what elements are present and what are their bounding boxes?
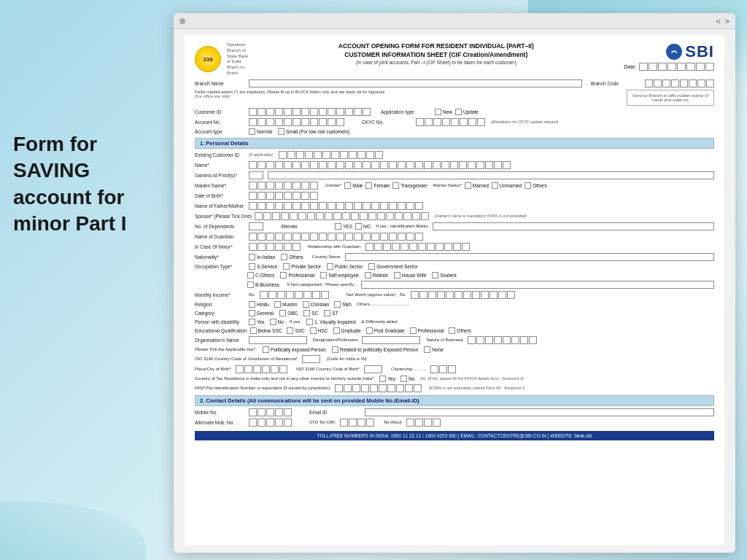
alt-3[interactable]	[266, 419, 274, 427]
graduate-checkbox[interactable]	[333, 327, 340, 334]
bc-5[interactable]	[680, 79, 688, 88]
mn-1[interactable]	[249, 182, 257, 190]
male-checkbox[interactable]	[344, 182, 351, 189]
alt-4[interactable]	[275, 419, 283, 427]
bp-3[interactable]	[253, 365, 261, 373]
cid-6[interactable]	[293, 108, 301, 116]
nm-9[interactable]	[319, 161, 327, 169]
nw-11[interactable]	[498, 291, 506, 299]
st-checkbox[interactable]	[324, 310, 330, 316]
gamma-box[interactable]	[249, 171, 263, 179]
dob-6[interactable]	[293, 192, 301, 200]
related-pep-checkbox[interactable]	[332, 346, 338, 353]
bp-2[interactable]	[244, 365, 252, 373]
govt-checkbox[interactable]	[368, 263, 375, 270]
post-grad-checkbox[interactable]	[366, 327, 373, 334]
nav-next[interactable]: >	[725, 17, 729, 26]
pn-10[interactable]	[414, 384, 422, 392]
gd-10[interactable]	[328, 233, 336, 241]
sp-8[interactable]	[316, 212, 324, 220]
cid-10[interactable]	[328, 108, 336, 116]
nb-1[interactable]	[468, 336, 476, 344]
nm-22[interactable]	[433, 161, 441, 169]
inc-1[interactable]	[260, 291, 268, 299]
date-box-1[interactable]	[639, 63, 648, 71]
identification-marks-input[interactable]	[433, 222, 714, 230]
gd-1[interactable]	[249, 233, 257, 241]
nb-7[interactable]	[520, 336, 528, 344]
mob-2[interactable]	[258, 408, 266, 416]
s-service-checkbox[interactable]	[249, 263, 255, 270]
gd-5[interactable]	[284, 233, 292, 241]
fm-20[interactable]	[415, 202, 423, 210]
ecid-2[interactable]	[287, 151, 295, 159]
pn-5[interactable]	[370, 384, 378, 392]
gd-15[interactable]	[371, 233, 379, 241]
no-illiterate-checkbox[interactable]	[355, 223, 362, 230]
ck-1[interactable]	[416, 118, 424, 126]
pn-9[interactable]	[405, 384, 413, 392]
sp-19[interactable]	[412, 212, 420, 220]
fm-7[interactable]	[301, 202, 309, 210]
yes-tax-checkbox[interactable]	[379, 376, 386, 382]
sp-4[interactable]	[281, 212, 289, 220]
ck-8[interactable]	[477, 118, 485, 126]
nm-6[interactable]	[293, 161, 301, 169]
nm-3[interactable]	[266, 161, 274, 169]
nw-1[interactable]	[411, 291, 419, 299]
mob-1[interactable]	[249, 408, 257, 416]
nm-12[interactable]	[345, 161, 353, 169]
nm-30[interactable]	[503, 161, 511, 169]
rl-8[interactable]	[427, 243, 435, 251]
tr-2[interactable]	[415, 419, 423, 427]
fm-12[interactable]	[345, 202, 353, 210]
bc-2[interactable]	[654, 79, 662, 88]
mn-4[interactable]	[275, 182, 283, 190]
branch-name-input[interactable]	[249, 79, 582, 88]
ecid-5[interactable]	[314, 151, 322, 159]
private-checkbox[interactable]	[283, 263, 290, 270]
fm-14[interactable]	[363, 202, 371, 210]
email-input[interactable]	[365, 408, 714, 416]
nm-29[interactable]	[494, 161, 502, 169]
nm-17[interactable]	[389, 161, 397, 169]
pn-6[interactable]	[379, 384, 387, 392]
tr-1[interactable]	[406, 419, 414, 427]
sp-13[interactable]	[360, 212, 368, 220]
fm-16[interactable]	[380, 202, 388, 210]
mi-4[interactable]	[275, 243, 283, 251]
date-box-6[interactable]	[686, 63, 695, 71]
ck-3[interactable]	[433, 118, 441, 126]
dep-box[interactable]	[249, 222, 263, 230]
nb-4[interactable]	[494, 336, 502, 344]
cid-8[interactable]	[310, 108, 318, 116]
fm-10[interactable]	[328, 202, 336, 210]
date-box-2[interactable]	[649, 63, 657, 71]
fm-11[interactable]	[336, 202, 344, 210]
gd-8[interactable]	[310, 233, 318, 241]
yes-illiterate-checkbox[interactable]	[335, 223, 341, 230]
ct-3[interactable]	[448, 365, 456, 373]
nm-24[interactable]	[450, 161, 458, 169]
mn-7[interactable]	[301, 182, 309, 190]
bc-1[interactable]	[645, 79, 653, 88]
dob-7[interactable]	[301, 192, 309, 200]
fm-13[interactable]	[354, 202, 362, 210]
std-4[interactable]	[366, 419, 374, 427]
pn-2[interactable]	[344, 384, 352, 392]
dob-4[interactable]	[275, 192, 283, 200]
normal-checkbox[interactable]	[249, 128, 255, 135]
nw-8[interactable]	[472, 291, 480, 299]
sp-18[interactable]	[403, 212, 411, 220]
dob-5[interactable]	[284, 192, 292, 200]
mn-5[interactable]	[284, 182, 292, 190]
date-box-7[interactable]	[696, 63, 705, 71]
ck-7[interactable]	[468, 118, 476, 126]
rl-4[interactable]	[392, 243, 400, 251]
gd-14[interactable]	[363, 233, 371, 241]
indian-checkbox[interactable]	[249, 254, 255, 260]
nm-25[interactable]	[459, 161, 467, 169]
ssc-checkbox[interactable]	[287, 327, 293, 334]
fm-18[interactable]	[398, 202, 406, 210]
ecid-4[interactable]	[305, 151, 313, 159]
